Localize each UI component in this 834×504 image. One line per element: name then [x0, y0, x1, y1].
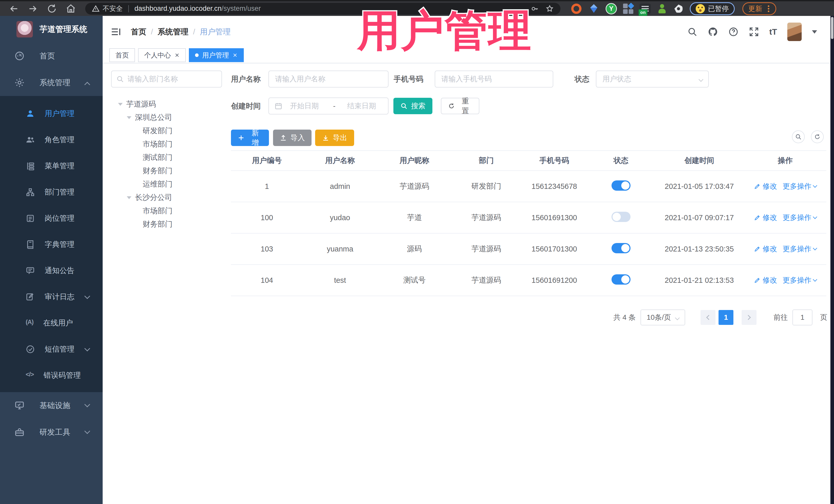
- security-label[interactable]: 不安全: [103, 4, 123, 13]
- breadcrumb-home[interactable]: 首页: [131, 27, 146, 37]
- more-actions-link[interactable]: 更多操作: [783, 213, 816, 222]
- tree-node-dept[interactable]: 研发部门: [111, 124, 224, 137]
- more-actions-link[interactable]: 更多操作: [783, 244, 816, 254]
- extension-dark-on-icon[interactable]: on: [639, 4, 651, 14]
- sidebar-item-audit-log[interactable]: 审计日志: [0, 284, 103, 310]
- status-toggle[interactable]: [612, 274, 631, 285]
- sidebar-item-infrastructure[interactable]: 基础设施: [0, 392, 103, 419]
- extension-green-y-icon[interactable]: Y: [606, 3, 617, 14]
- browser-menu-kebab-icon[interactable]: [768, 8, 769, 9]
- username-input[interactable]: [269, 75, 388, 83]
- sidebar-item-notice-management[interactable]: 通知公告: [0, 258, 103, 284]
- tree-expand-icon[interactable]: [118, 103, 123, 106]
- more-actions-link[interactable]: 更多操作: [783, 181, 816, 191]
- tree-expand-icon[interactable]: [127, 196, 131, 199]
- tab-user-management[interactable]: 用户管理: [189, 48, 244, 62]
- mobile-input[interactable]: [435, 75, 553, 83]
- edit-link[interactable]: 修改: [754, 213, 777, 222]
- tree-node-dept[interactable]: 财务部门: [111, 218, 224, 231]
- status-toggle[interactable]: [612, 212, 631, 222]
- extension-green-person-icon[interactable]: [657, 4, 667, 14]
- extension-paused-pill[interactable]: 已暂停: [690, 2, 735, 15]
- sidebar-item-menu-management[interactable]: 菜单管理: [0, 153, 103, 179]
- sidebar-item-dept-management[interactable]: 部门管理: [0, 179, 103, 205]
- back-icon[interactable]: [9, 4, 19, 14]
- add-button[interactable]: 新增: [231, 130, 269, 146]
- edit-link[interactable]: 修改: [754, 244, 777, 254]
- current-page-button[interactable]: 1: [719, 310, 733, 325]
- goto-page-input[interactable]: [792, 309, 812, 325]
- reload-icon[interactable]: [47, 4, 57, 14]
- extension-blue-kite-icon[interactable]: [588, 3, 599, 14]
- password-key-icon[interactable]: [531, 5, 539, 13]
- security-warning-icon[interactable]: [92, 5, 100, 13]
- date-range-separator: -: [333, 102, 335, 110]
- home-icon[interactable]: [66, 4, 76, 14]
- toggle-search-button[interactable]: [792, 130, 805, 143]
- extension-orange-ring-icon[interactable]: [571, 3, 582, 14]
- sidebar-item-dev-tools[interactable]: 研发工具: [0, 419, 103, 445]
- edit-link[interactable]: 修改: [754, 275, 777, 285]
- avatar-caret-icon[interactable]: [812, 30, 817, 34]
- edit-link[interactable]: 修改: [754, 181, 777, 191]
- sidebar-item-dict-management[interactable]: 字典管理: [0, 232, 103, 258]
- chevron-down-icon: [84, 401, 90, 408]
- tab-profile[interactable]: 个人中心: [138, 48, 186, 62]
- tree-node-company[interactable]: 深圳总公司: [111, 111, 224, 124]
- import-button[interactable]: 导入: [273, 130, 311, 146]
- browser-update-button[interactable]: 更新: [742, 2, 776, 15]
- scrollbar-thumb[interactable]: [831, 17, 833, 39]
- tree-node-dept[interactable]: 运维部门: [111, 178, 224, 191]
- search-button[interactable]: 搜索: [393, 98, 432, 114]
- prev-page-button[interactable]: [701, 310, 716, 325]
- sidebar-item-role-management[interactable]: 角色管理: [0, 127, 103, 153]
- reset-button[interactable]: 重置: [441, 98, 479, 114]
- sidebar-item-system-management[interactable]: 系统管理: [0, 69, 103, 96]
- tree-node-company[interactable]: 长沙分公司: [111, 191, 224, 204]
- sidebar-item-home[interactable]: 首页: [0, 43, 103, 69]
- tab-close-icon[interactable]: [175, 52, 180, 58]
- search-icon[interactable]: [687, 27, 698, 37]
- extensions-puzzle-icon[interactable]: [673, 4, 684, 14]
- export-button[interactable]: 导出: [315, 130, 354, 146]
- tree-expand-icon[interactable]: [127, 116, 131, 119]
- tree-node-dept[interactable]: 财务部门: [111, 164, 224, 178]
- date-end-placeholder[interactable]: 结束日期: [347, 101, 376, 111]
- tree-node-dept[interactable]: 测试部门: [111, 151, 224, 164]
- status-select-input[interactable]: [596, 75, 708, 83]
- avatar[interactable]: [787, 23, 802, 41]
- github-icon[interactable]: [708, 27, 718, 37]
- sidebar-item-user-management[interactable]: 用户管理: [0, 101, 103, 127]
- next-page-button[interactable]: [742, 310, 756, 325]
- more-actions-link[interactable]: 更多操作: [783, 275, 816, 285]
- url-host[interactable]: dashboard.yudao.iocoder.cn: [134, 5, 221, 13]
- fullscreen-icon[interactable]: [749, 27, 759, 37]
- url-path[interactable]: /system/user: [221, 5, 261, 13]
- sidebar-item-error-code-management[interactable]: </> 错误码管理: [0, 363, 103, 389]
- bookmark-star-icon[interactable]: [546, 5, 554, 13]
- dept-search-input[interactable]: [128, 75, 217, 83]
- tree-node-root[interactable]: 芋道源码: [111, 97, 224, 111]
- tree-node-dept[interactable]: 市场部门: [111, 204, 224, 218]
- tab-close-icon[interactable]: [233, 52, 238, 58]
- status-toggle[interactable]: [612, 180, 631, 191]
- date-range-picker[interactable]: 开始日期 - 结束日期: [268, 97, 389, 114]
- date-start-placeholder[interactable]: 开始日期: [290, 101, 319, 111]
- forward-icon[interactable]: [28, 4, 38, 14]
- status-select[interactable]: [596, 70, 709, 88]
- tree-node-dept[interactable]: 市场部门: [111, 137, 224, 151]
- sidebar-fold-icon[interactable]: [110, 26, 122, 38]
- refresh-table-button[interactable]: [811, 130, 824, 143]
- sidebar-item-post-management[interactable]: 岗位管理: [0, 205, 103, 232]
- window-scrollbar[interactable]: [830, 16, 834, 504]
- breadcrumb-system[interactable]: 系统管理: [158, 27, 188, 37]
- sidebar-item-sms-management[interactable]: 短信管理: [0, 336, 103, 363]
- address-bar[interactable]: 不安全 dashboard.yudao.iocoder.cn /system/u…: [85, 3, 561, 15]
- status-toggle[interactable]: [612, 243, 631, 253]
- tab-home[interactable]: 首页: [109, 48, 135, 62]
- font-size-icon[interactable]: tT: [769, 27, 777, 37]
- page-size-select[interactable]: 10条/页: [640, 309, 685, 325]
- extension-squares-icon[interactable]: [623, 4, 633, 14]
- help-icon[interactable]: [728, 27, 739, 37]
- sidebar-item-online-users[interactable]: (A) 在线用户: [0, 310, 103, 336]
